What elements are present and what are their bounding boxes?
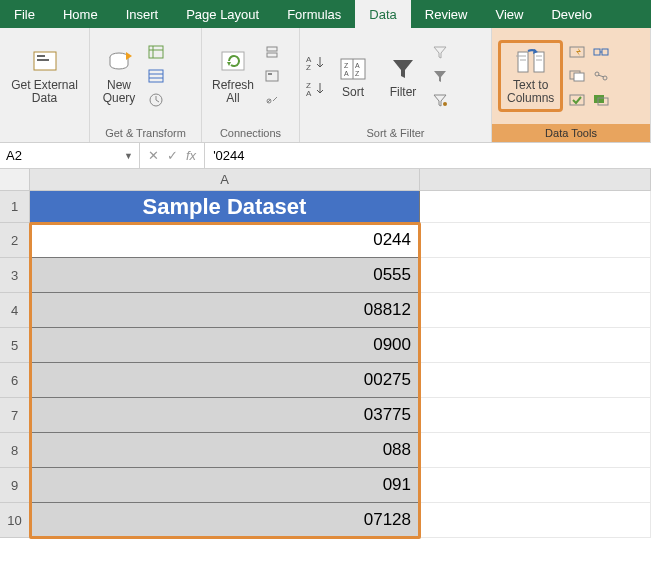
svg-rect-12	[222, 52, 244, 70]
svg-rect-2	[37, 59, 49, 61]
chevron-down-icon[interactable]: ▼	[124, 151, 133, 161]
cancel-icon[interactable]: ✕	[148, 148, 159, 163]
filter-button[interactable]: Filter	[380, 52, 426, 101]
tab-data[interactable]: Data	[355, 0, 410, 28]
column-header-a[interactable]: A	[30, 169, 420, 191]
new-query-button[interactable]: New Query	[96, 45, 142, 107]
text-to-columns-label: Text to Columns	[507, 79, 554, 105]
tab-file[interactable]: File	[0, 0, 49, 28]
cell-a5[interactable]: 0900	[30, 328, 420, 363]
reapply-icon[interactable]	[430, 66, 450, 86]
tab-page-layout[interactable]: Page Layout	[172, 0, 273, 28]
from-table-icon[interactable]	[146, 66, 166, 86]
get-external-data-button[interactable]: Get External Data	[6, 45, 83, 107]
svg-rect-8	[149, 70, 163, 82]
sort-label: Sort	[342, 86, 364, 99]
edit-links-icon[interactable]	[262, 90, 282, 110]
gx-side-icons	[146, 42, 166, 110]
row-5: 5 0900	[0, 328, 651, 363]
cell-b3[interactable]	[420, 258, 651, 293]
dt-side-2	[591, 42, 611, 110]
sort-za-icon[interactable]: ZA	[306, 79, 326, 99]
tab-view[interactable]: View	[481, 0, 537, 28]
text-to-columns-button[interactable]: Text to Columns	[498, 40, 563, 112]
cell-a6[interactable]: 00275	[30, 363, 420, 398]
relationships-icon[interactable]	[591, 66, 611, 86]
advanced-filter-icon[interactable]	[430, 90, 450, 110]
row-header-7[interactable]: 7	[0, 398, 30, 433]
sort-button[interactable]: ZAAZ Sort	[330, 52, 376, 101]
cell-b9[interactable]	[420, 468, 651, 503]
cell-b8[interactable]	[420, 433, 651, 468]
select-all-triangle[interactable]	[0, 169, 30, 191]
cell-a9[interactable]: 091	[30, 468, 420, 503]
tab-review[interactable]: Review	[411, 0, 482, 28]
row-header-5[interactable]: 5	[0, 328, 30, 363]
row-10: 10 07128	[0, 503, 651, 538]
cell-b10[interactable]	[420, 503, 651, 538]
row-header-6[interactable]: 6	[0, 363, 30, 398]
row-4: 4 08812	[0, 293, 651, 328]
refresh-all-button[interactable]: Refresh All	[208, 45, 258, 107]
group-label-data-tools: Data Tools	[492, 124, 650, 142]
row-header-4[interactable]: 4	[0, 293, 30, 328]
cell-b5[interactable]	[420, 328, 651, 363]
tab-developer[interactable]: Develo	[537, 0, 605, 28]
dt-side-1	[567, 42, 587, 110]
group-label-external	[0, 124, 89, 142]
formula-input[interactable]: '0244	[205, 148, 651, 163]
svg-text:A: A	[306, 89, 312, 98]
clear-filter-icon[interactable]	[430, 42, 450, 62]
cell-b1[interactable]	[420, 191, 651, 223]
row-header-9[interactable]: 9	[0, 468, 30, 503]
ribbon-tabs: File Home Insert Page Layout Formulas Da…	[0, 0, 651, 28]
tab-insert[interactable]: Insert	[112, 0, 173, 28]
fx-buttons: ✕ ✓ fx	[140, 143, 205, 168]
svg-rect-42	[594, 49, 600, 55]
cell-a4[interactable]: 08812	[30, 293, 420, 328]
group-label-sort-filter: Sort & Filter	[300, 124, 491, 142]
properties-icon[interactable]	[262, 66, 282, 86]
cell-b4[interactable]	[420, 293, 651, 328]
name-box-value: A2	[6, 148, 22, 163]
cell-a10[interactable]: 07128	[30, 503, 420, 538]
row-header-1[interactable]: 1	[0, 191, 30, 223]
filter-side-icons	[430, 42, 450, 110]
recent-sources-icon[interactable]	[146, 90, 166, 110]
worksheet-grid: A 1 Sample Dataset 2 0244 3 0555 4 08812…	[0, 169, 651, 538]
row-header-8[interactable]: 8	[0, 433, 30, 468]
cell-b2[interactable]	[420, 223, 651, 258]
name-box[interactable]: A2 ▼	[0, 143, 140, 168]
svg-rect-17	[268, 73, 272, 75]
tab-home[interactable]: Home	[49, 0, 112, 28]
tab-formulas[interactable]: Formulas	[273, 0, 355, 28]
sort-az-icon[interactable]: AZ	[306, 53, 326, 73]
cell-a2[interactable]: 0244	[30, 223, 420, 258]
new-query-label: New Query	[103, 79, 136, 105]
show-queries-icon[interactable]	[146, 42, 166, 62]
data-validation-icon[interactable]	[567, 90, 587, 110]
cell-a1[interactable]: Sample Dataset	[30, 191, 420, 223]
svg-text:A: A	[344, 70, 349, 77]
fx-icon[interactable]: fx	[186, 148, 196, 163]
cell-a7[interactable]: 03775	[30, 398, 420, 433]
column-header-rest[interactable]	[420, 169, 651, 191]
data-model-icon[interactable]	[591, 90, 611, 110]
connections-icon[interactable]	[262, 42, 282, 62]
remove-duplicates-icon[interactable]	[567, 66, 587, 86]
cell-b7[interactable]	[420, 398, 651, 433]
cell-b6[interactable]	[420, 363, 651, 398]
enter-icon[interactable]: ✓	[167, 148, 178, 163]
consolidate-icon[interactable]	[591, 42, 611, 62]
cell-a8[interactable]: 088	[30, 433, 420, 468]
cell-a3[interactable]: 0555	[30, 258, 420, 293]
svg-marker-38	[576, 48, 581, 56]
row-header-10[interactable]: 10	[0, 503, 30, 538]
svg-rect-48	[594, 95, 604, 103]
row-9: 9 091	[0, 468, 651, 503]
flash-fill-icon[interactable]	[567, 42, 587, 62]
svg-rect-15	[267, 53, 277, 57]
row-header-2[interactable]: 2	[0, 223, 30, 258]
row-1: 1 Sample Dataset	[0, 191, 651, 223]
row-header-3[interactable]: 3	[0, 258, 30, 293]
